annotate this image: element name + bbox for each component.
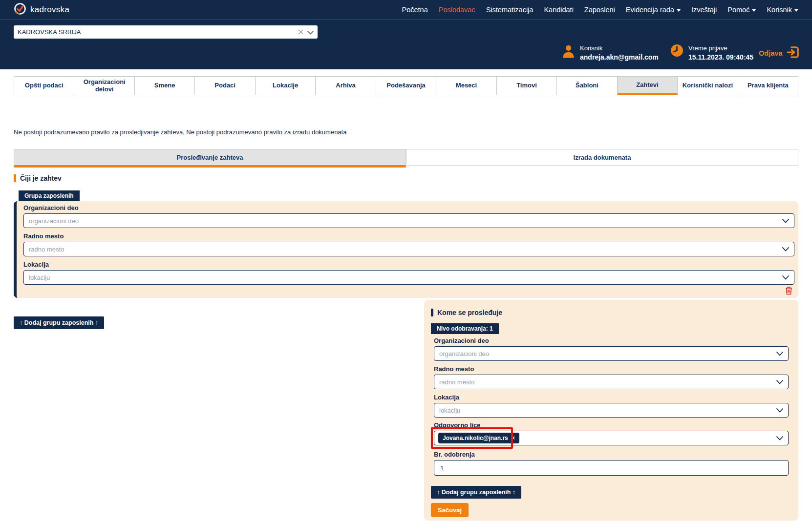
chevron-down-icon — [776, 406, 783, 415]
tab-podaci[interactable]: Podaci — [195, 76, 255, 95]
nav-item-poslodavac[interactable]: Poslodavac — [439, 6, 475, 14]
login-time-info: Vreme prijave 15.11.2023. 09:40:45 — [670, 44, 753, 62]
org-unit-select[interactable]: organizacioni deo — [23, 213, 794, 228]
location-label: Lokacija — [23, 261, 49, 268]
responsible-person-label: Odgovorno lice — [434, 421, 480, 429]
tab-timovi[interactable]: Timovi — [497, 76, 557, 95]
forward-to-panel: Kome se prosleđuje Nivo odobravanja: 1 O… — [424, 300, 798, 521]
tab-prava-klijenta[interactable]: Prava klijenta — [738, 76, 798, 95]
approvals-count-label: Br. odobrenja — [434, 451, 475, 458]
nav-item-pocetna[interactable]: Početna — [402, 6, 428, 14]
tab-smene[interactable]: Smene — [135, 76, 195, 95]
company-select[interactable]: KADROVSKA SRBIJA — [14, 25, 318, 39]
nav-item-korisnik[interactable]: Korisnik — [767, 6, 798, 14]
clear-icon[interactable] — [298, 28, 303, 37]
nav-item-izvestaji[interactable]: Izveštaji — [691, 6, 717, 14]
login-time-value: 15.11.2023. 09:40:45 — [688, 53, 753, 62]
job-title-label: Radno mesto — [23, 232, 64, 240]
job-title-select[interactable]: radno mesto — [23, 242, 794, 256]
org-unit-label: Organizacioni deo — [23, 204, 79, 211]
chevron-down-icon — [782, 216, 789, 225]
add-employee-group-button-right[interactable]: ↑ Dodaj grupu zaposlenih ↑ — [431, 486, 521, 499]
brand-logo[interactable]: kadrovska — [14, 2, 69, 17]
caret-down-icon — [752, 9, 756, 12]
page: kadrovska Početna Poslodavac Sistematiza… — [0, 0, 812, 524]
user-info: Korisnik andreja.akn@gmail.com — [562, 44, 659, 62]
tab-organizacioni-delovi[interactable]: Organizacioni delovi — [74, 76, 134, 95]
nav-item-evidencija-rada[interactable]: Evidencija rada — [626, 6, 681, 14]
tab-lokacije[interactable]: Lokacije — [256, 76, 316, 95]
responsible-person-select[interactable]: Jovana.nikolic@jnan.rs × — [434, 431, 789, 445]
add-employee-group-button-left[interactable]: ↑ Dodaj grupu zaposlenih ↑ — [14, 316, 104, 329]
employer-tabs: Opšti podaci Organizacioni delovi Smene … — [14, 76, 798, 95]
org-unit-select-right[interactable]: organizacioni deo — [434, 346, 789, 361]
location-select-right[interactable]: lokaciju — [434, 403, 789, 418]
navy-bar-icon — [431, 309, 433, 316]
no-default-rule-notice: Ne postoji podrazumevano pravilo za pros… — [14, 128, 346, 136]
chevron-down-icon — [776, 434, 783, 442]
responsible-person-chip: Jovana.nikolic@jnan.rs × — [438, 433, 519, 443]
location-select[interactable]: lokaciju — [23, 270, 794, 285]
user-label: Korisnik — [580, 44, 659, 53]
orange-bar-icon — [14, 174, 16, 182]
nav-item-pomoc[interactable]: Pomoć — [727, 6, 756, 14]
user-email: andreja.akn@gmail.com — [580, 53, 659, 62]
top-nav-items: Početna Poslodavac Sistematizacija Kandi… — [402, 6, 799, 14]
chip-remove-icon[interactable]: × — [512, 435, 515, 441]
tab-prosledjivanje-zahteva[interactable]: Prosleđivanje zahteva — [14, 149, 406, 168]
logout-button[interactable]: Odjava — [759, 45, 800, 61]
nav-item-sistematizacija[interactable]: Sistematizacija — [486, 6, 534, 14]
job-title-label: Radno mesto — [434, 365, 474, 373]
approval-level-badge: Nivo odobravanja: 1 — [431, 323, 499, 334]
save-button[interactable]: Sačuvaj — [431, 503, 469, 517]
clock-icon — [670, 44, 684, 59]
delete-group-trash-icon[interactable] — [785, 286, 792, 297]
nav-item-zaposleni[interactable]: Zaposleni — [584, 6, 615, 14]
tab-korisnicki-nalozi[interactable]: Korisnički nalozi — [678, 76, 738, 95]
caret-down-icon — [794, 9, 798, 12]
company-select-value: KADROVSKA SRBIJA — [18, 28, 81, 36]
job-title-select-right[interactable]: radno mesto — [434, 375, 789, 389]
approvals-count-input[interactable] — [434, 460, 789, 476]
tab-meseci[interactable]: Meseci — [436, 76, 496, 95]
org-unit-label: Organizacioni deo — [434, 337, 489, 344]
tab-arhiva[interactable]: Arhiva — [316, 76, 376, 95]
employee-group-panel: Organizacioni deo organizacioni deo Radn… — [14, 201, 798, 298]
whose-request-heading: Čiji je zahtev — [14, 174, 62, 182]
tab-opsti-podaci[interactable]: Opšti podaci — [14, 76, 74, 95]
chevron-down-icon[interactable] — [307, 28, 314, 37]
caret-down-icon — [677, 9, 681, 12]
user-icon — [562, 44, 575, 61]
tab-zahtevi[interactable]: Zahtevi — [618, 76, 678, 95]
nav-item-kandidati[interactable]: Kandidati — [544, 6, 573, 14]
brand-name: kadrovska — [30, 5, 69, 15]
top-navbar: kadrovska Početna Poslodavac Sistematiza… — [0, 0, 812, 20]
chevron-down-icon — [776, 349, 783, 358]
forward-to-heading: Kome se prosleđuje — [431, 309, 502, 316]
tab-podesavanja[interactable]: Podešavanja — [376, 76, 436, 95]
logout-label: Odjava — [759, 49, 782, 57]
chevron-down-icon — [776, 377, 783, 386]
chevron-down-icon — [782, 273, 789, 282]
sub-header: KADROVSKA SRBIJA Korisnik andreja.akn@gm — [0, 20, 812, 69]
logout-icon — [786, 45, 800, 61]
employee-group-badge: Grupa zaposlenih — [19, 190, 80, 201]
login-time-label: Vreme prijave — [688, 44, 753, 53]
chevron-down-icon — [782, 245, 789, 253]
kadrovska-logo-icon — [14, 2, 26, 17]
tab-izrada-dokumenata[interactable]: Izrada dokumenata — [406, 149, 798, 166]
request-section-tabs: Prosleđivanje zahteva Izrada dokumenata — [14, 149, 798, 168]
location-label: Lokacija — [434, 394, 459, 401]
tab-sabloni[interactable]: Šabloni — [557, 76, 617, 95]
